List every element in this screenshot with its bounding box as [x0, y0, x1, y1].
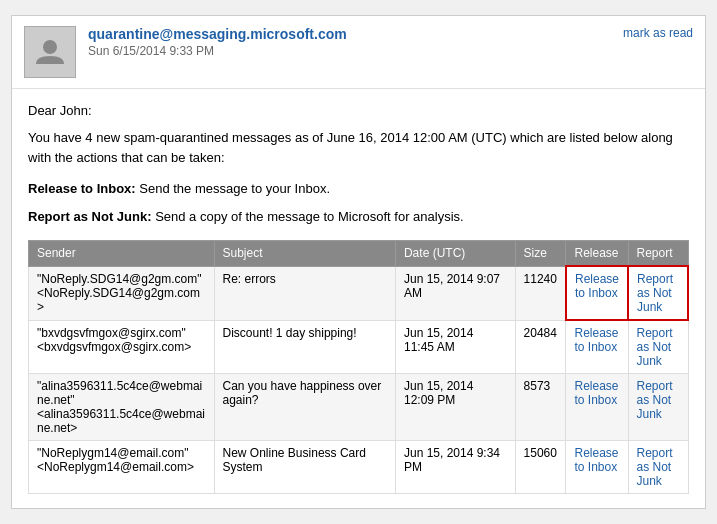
release-to-inbox-link[interactable]: Release to Inbox: [575, 272, 619, 300]
cell-date: Jun 15, 2014 9:07 AM: [395, 266, 515, 320]
person-icon: [34, 36, 66, 68]
col-report: Report: [628, 241, 688, 267]
intro-text: You have 4 new spam-quarantined messages…: [28, 128, 689, 167]
cell-sender: "NoReply.SDG14@g2gm.com" <NoReply.SDG14@…: [29, 266, 215, 320]
report-as-not-junk-link[interactable]: Report as Not Junk: [637, 379, 673, 421]
table-row: "alina3596311.5c4ce@webmaine.net" <alina…: [29, 374, 689, 441]
report-as-not-junk-link[interactable]: Report as Not Junk: [637, 272, 673, 314]
email-body: Dear John: You have 4 new spam-quarantin…: [12, 89, 705, 508]
cell-subject: Can you have happiness over again?: [214, 374, 395, 441]
action2-text: Send a copy of the message to Microsoft …: [152, 209, 464, 224]
cell-sender: "bxvdgsvfmgox@sgirx.com" <bxvdgsvfmgox@s…: [29, 320, 215, 374]
action1-label: Release to Inbox:: [28, 181, 136, 196]
sender-info: quarantine@messaging.microsoft.com Sun 6…: [88, 26, 693, 58]
email-container: quarantine@messaging.microsoft.com Sun 6…: [11, 15, 706, 509]
cell-report: Report as Not Junk: [628, 374, 688, 441]
email-header: quarantine@messaging.microsoft.com Sun 6…: [12, 16, 705, 89]
col-size: Size: [515, 241, 566, 267]
release-to-inbox-link[interactable]: Release to Inbox: [574, 326, 618, 354]
cell-date: Jun 15, 2014 11:45 AM: [395, 320, 515, 374]
greeting: Dear John:: [28, 103, 689, 118]
col-sender: Sender: [29, 241, 215, 267]
cell-report: Report as Not Junk: [628, 441, 688, 494]
cell-subject: Re: errors: [214, 266, 395, 320]
cell-release: Release to Inbox: [566, 374, 628, 441]
table-row: "NoReply.SDG14@g2gm.com" <NoReply.SDG14@…: [29, 266, 689, 320]
cell-subject: Discount! 1 day shipping!: [214, 320, 395, 374]
table-row: "bxvdgsvfmgox@sgirx.com" <bxvdgsvfmgox@s…: [29, 320, 689, 374]
sender-email: quarantine@messaging.microsoft.com: [88, 26, 693, 42]
cell-date: Jun 15, 2014 12:09 PM: [395, 374, 515, 441]
table-row: "NoReplygm14@email.com" <NoReplygm14@ema…: [29, 441, 689, 494]
table-header-row: Sender Subject Date (UTC) Size Release R…: [29, 241, 689, 267]
cell-release: Release to Inbox: [566, 266, 628, 320]
avatar: [24, 26, 76, 78]
col-subject: Subject: [214, 241, 395, 267]
cell-subject: New Online Business Card System: [214, 441, 395, 494]
messages-table: Sender Subject Date (UTC) Size Release R…: [28, 240, 689, 494]
cell-report: Report as Not Junk: [628, 320, 688, 374]
col-date: Date (UTC): [395, 241, 515, 267]
cell-size: 8573: [515, 374, 566, 441]
cell-size: 15060: [515, 441, 566, 494]
release-to-inbox-link[interactable]: Release to Inbox: [574, 446, 618, 474]
svg-point-0: [43, 40, 57, 54]
cell-size: 11240: [515, 266, 566, 320]
mark-as-read-link[interactable]: mark as read: [623, 26, 693, 40]
action2-desc: Report as Not Junk: Send a copy of the m…: [28, 207, 689, 227]
cell-sender: "NoReplygm14@email.com" <NoReplygm14@ema…: [29, 441, 215, 494]
action2-label: Report as Not Junk:: [28, 209, 152, 224]
action1-text: Send the message to your Inbox.: [136, 181, 330, 196]
action1-desc: Release to Inbox: Send the message to yo…: [28, 179, 689, 199]
cell-release: Release to Inbox: [566, 320, 628, 374]
cell-release: Release to Inbox: [566, 441, 628, 494]
sender-date: Sun 6/15/2014 9:33 PM: [88, 44, 693, 58]
col-release: Release: [566, 241, 628, 267]
cell-size: 20484: [515, 320, 566, 374]
cell-sender: "alina3596311.5c4ce@webmaine.net" <alina…: [29, 374, 215, 441]
report-as-not-junk-link[interactable]: Report as Not Junk: [637, 326, 673, 368]
cell-date: Jun 15, 2014 9:34 PM: [395, 441, 515, 494]
report-as-not-junk-link[interactable]: Report as Not Junk: [637, 446, 673, 488]
cell-report: Report as Not Junk: [628, 266, 688, 320]
release-to-inbox-link[interactable]: Release to Inbox: [574, 379, 618, 407]
